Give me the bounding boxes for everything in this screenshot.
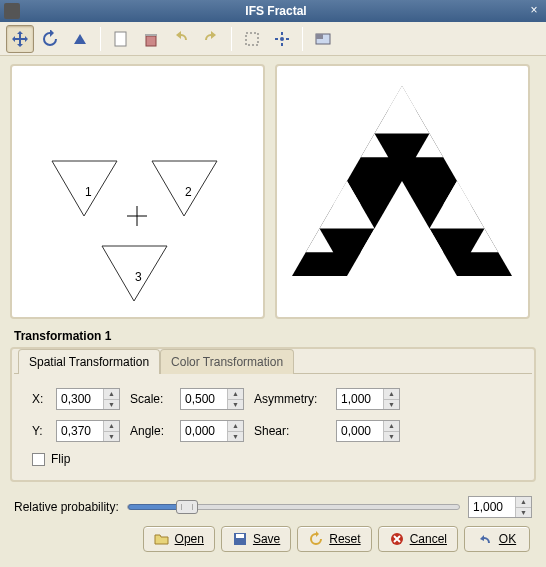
shear-input[interactable]: ▲▼	[336, 420, 400, 442]
window-title: IFS Fractal	[26, 4, 526, 18]
folder-open-icon	[154, 531, 170, 547]
probability-slider[interactable]	[127, 504, 460, 510]
tabs-container: Spatial Transformation Color Transformat…	[10, 347, 536, 482]
ok-button[interactable]: OK	[464, 526, 530, 552]
angle-label: Angle:	[130, 424, 170, 438]
delete-button[interactable]	[137, 25, 165, 53]
rotate-tool-button[interactable]	[36, 25, 64, 53]
refresh-icon	[308, 531, 324, 547]
select-all-button[interactable]	[238, 25, 266, 53]
ok-icon	[478, 531, 494, 547]
svg-rect-6	[316, 34, 323, 39]
section-title: Transformation 1	[14, 329, 536, 343]
asymmetry-label: Asymmetry:	[254, 392, 326, 406]
svg-rect-0	[115, 32, 126, 46]
flip-checkbox[interactable]	[32, 453, 45, 466]
preview-panel	[275, 64, 530, 319]
app-icon	[4, 3, 20, 19]
svg-text:2: 2	[185, 185, 192, 199]
reset-button[interactable]: Reset	[297, 526, 371, 552]
undo-button[interactable]	[167, 25, 195, 53]
close-icon[interactable]: ×	[526, 3, 542, 19]
recenter-button[interactable]	[268, 25, 296, 53]
svg-text:1: 1	[85, 185, 92, 199]
scale-label: Scale:	[130, 392, 170, 406]
svg-rect-11	[236, 534, 244, 538]
y-input[interactable]: ▲▼	[56, 420, 120, 442]
svg-rect-1	[146, 36, 156, 46]
shear-label: Shear:	[254, 424, 326, 438]
x-label: X:	[32, 392, 46, 406]
stretch-tool-button[interactable]	[66, 25, 94, 53]
titlebar: IFS Fractal ×	[0, 0, 546, 22]
render-options-button[interactable]	[309, 25, 337, 53]
svg-rect-2	[145, 34, 157, 36]
svg-rect-3	[246, 33, 258, 45]
svg-point-4	[280, 37, 284, 41]
move-tool-button[interactable]	[6, 25, 34, 53]
asymmetry-input[interactable]: ▲▼	[336, 388, 400, 410]
scale-input[interactable]: ▲▼	[180, 388, 244, 410]
save-button[interactable]: Save	[221, 526, 291, 552]
floppy-icon	[232, 531, 248, 547]
x-input[interactable]: ▲▼	[56, 388, 120, 410]
svg-text:3: 3	[135, 270, 142, 284]
tab-color[interactable]: Color Transformation	[160, 349, 294, 374]
tab-spatial[interactable]: Spatial Transformation	[18, 349, 160, 374]
redo-button[interactable]	[197, 25, 225, 53]
cancel-icon	[389, 531, 405, 547]
new-button[interactable]	[107, 25, 135, 53]
design-panel[interactable]: 1 2 3	[10, 64, 265, 319]
probability-label: Relative probability:	[14, 500, 119, 514]
probability-input[interactable]: ▲▼	[468, 496, 532, 518]
cancel-button[interactable]: Cancel	[378, 526, 458, 552]
y-label: Y:	[32, 424, 46, 438]
open-button[interactable]: Open	[143, 526, 215, 552]
flip-label: Flip	[51, 452, 70, 466]
toolbar	[0, 22, 546, 56]
angle-input[interactable]: ▲▼	[180, 420, 244, 442]
